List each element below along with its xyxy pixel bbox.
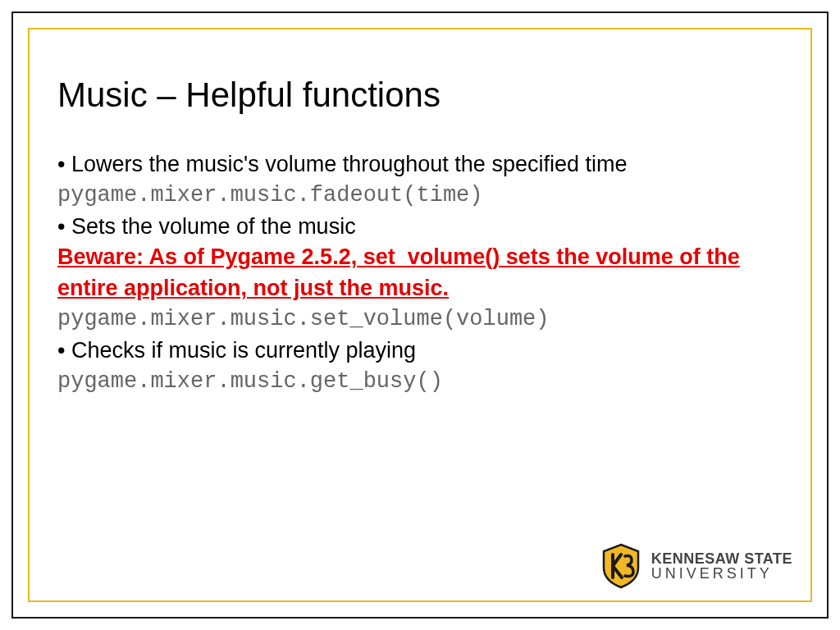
bullet-marker: • xyxy=(57,338,71,363)
code-line: pygame.mixer.music.get_busy() xyxy=(57,367,783,398)
logo-line1: KENNESAW STATE xyxy=(651,551,792,566)
code-line: pygame.mixer.music.set_volume(volume) xyxy=(57,304,783,336)
bullet-item: • Sets the volume of the music xyxy=(57,212,783,243)
slide-title: Music – Helpful functions xyxy=(57,75,783,115)
logo-text: KENNESAW STATE UNIVERSITY xyxy=(651,551,792,581)
bullet-text: Checks if music is currently playing xyxy=(71,338,416,363)
bullet-text: Sets the volume of the music xyxy=(71,214,356,239)
university-logo: KENNESAW STATE UNIVERSITY xyxy=(600,543,792,589)
code-line: pygame.mixer.music.fadeout(time) xyxy=(57,180,783,212)
bullet-marker: • xyxy=(57,214,71,239)
slide-content: Music – Helpful functions • Lowers the m… xyxy=(57,75,783,397)
ksu-shield-icon xyxy=(600,543,641,589)
logo-line2: UNIVERSITY xyxy=(651,566,792,581)
bullet-marker: • xyxy=(57,152,71,176)
slide-body: • Lowers the music's volume throughout t… xyxy=(57,149,783,397)
warning-text: Beware: As of Pygame 2.5.2, set_volume()… xyxy=(57,242,783,304)
bullet-item: • Checks if music is currently playing xyxy=(57,336,783,367)
bullet-item: • Lowers the music's volume throughout t… xyxy=(57,149,783,180)
bullet-text: Lowers the music's volume throughout the… xyxy=(71,152,628,176)
